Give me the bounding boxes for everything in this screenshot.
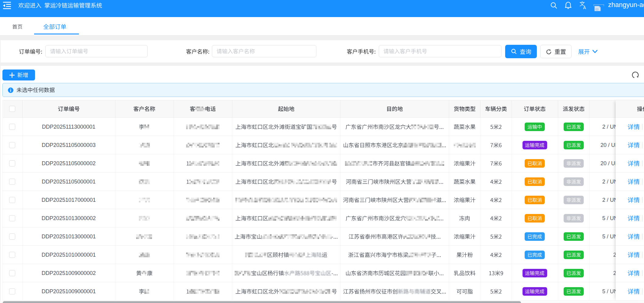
svg-text:A: A	[583, 5, 586, 10]
